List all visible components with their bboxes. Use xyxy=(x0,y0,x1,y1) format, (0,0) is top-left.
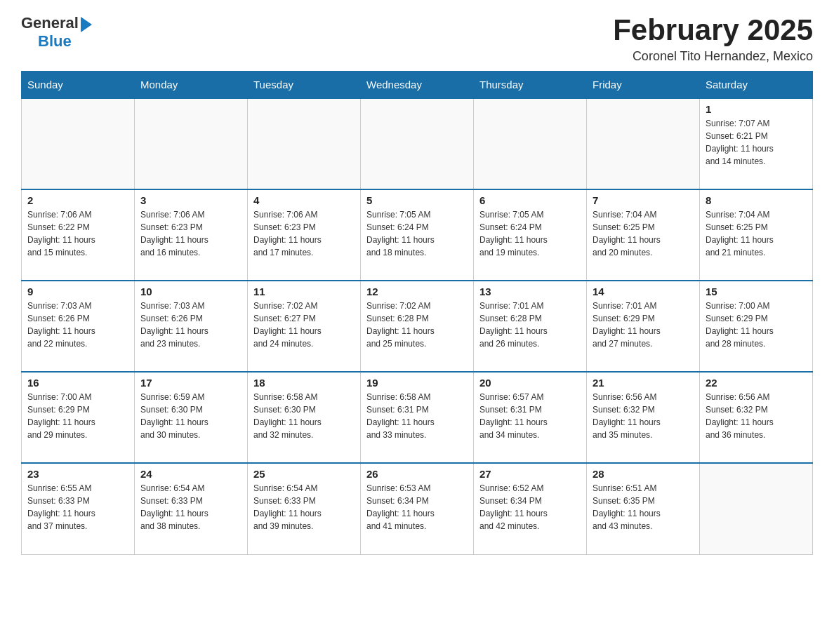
calendar-cell-w3-d6: 15Sunrise: 7:00 AMSunset: 6:29 PMDayligh… xyxy=(700,281,813,372)
calendar-cell-w4-d5: 21Sunrise: 6:56 AMSunset: 6:32 PMDayligh… xyxy=(587,372,700,463)
day-number: 20 xyxy=(479,377,581,389)
week-row-1: 1Sunrise: 7:07 AMSunset: 6:21 PMDaylight… xyxy=(22,98,813,189)
day-info: Sunrise: 7:03 AMSunset: 6:26 PMDaylight:… xyxy=(27,300,128,350)
day-info: Sunrise: 6:54 AMSunset: 6:33 PMDaylight:… xyxy=(140,482,241,532)
calendar-cell-w2-d2: 4Sunrise: 7:06 AMSunset: 6:23 PMDaylight… xyxy=(248,189,361,281)
calendar-cell-w1-d0 xyxy=(22,98,135,189)
day-number: 1 xyxy=(706,103,807,115)
day-info: Sunrise: 6:59 AMSunset: 6:30 PMDaylight:… xyxy=(140,391,241,441)
calendar-cell-w2-d5: 7Sunrise: 7:04 AMSunset: 6:25 PMDaylight… xyxy=(587,189,700,281)
day-number: 15 xyxy=(706,286,807,297)
day-info: Sunrise: 6:55 AMSunset: 6:33 PMDaylight:… xyxy=(27,482,128,532)
day-number: 27 xyxy=(479,468,581,480)
day-number: 6 xyxy=(479,194,581,206)
day-info: Sunrise: 6:58 AMSunset: 6:30 PMDaylight:… xyxy=(253,391,355,441)
calendar-cell-w4-d1: 17Sunrise: 6:59 AMSunset: 6:30 PMDayligh… xyxy=(135,372,248,463)
week-row-5: 23Sunrise: 6:55 AMSunset: 6:33 PMDayligh… xyxy=(22,463,813,554)
calendar-cell-w4-d6: 22Sunrise: 6:56 AMSunset: 6:32 PMDayligh… xyxy=(700,372,813,463)
week-row-4: 16Sunrise: 7:00 AMSunset: 6:29 PMDayligh… xyxy=(22,372,813,463)
day-info: Sunrise: 6:58 AMSunset: 6:31 PMDaylight:… xyxy=(366,391,468,441)
day-info: Sunrise: 7:06 AMSunset: 6:23 PMDaylight:… xyxy=(140,208,241,259)
day-number: 21 xyxy=(593,377,694,389)
day-info: Sunrise: 7:06 AMSunset: 6:22 PMDaylight:… xyxy=(27,208,128,259)
day-number: 16 xyxy=(27,377,128,389)
day-info: Sunrise: 7:00 AMSunset: 6:29 PMDaylight:… xyxy=(27,391,128,441)
day-number: 26 xyxy=(366,468,468,480)
calendar-cell-w3-d5: 14Sunrise: 7:01 AMSunset: 6:29 PMDayligh… xyxy=(587,281,700,372)
day-number: 25 xyxy=(253,468,355,480)
calendar-cell-w5-d0: 23Sunrise: 6:55 AMSunset: 6:33 PMDayligh… xyxy=(22,463,135,554)
day-number: 19 xyxy=(366,377,468,389)
day-number: 12 xyxy=(366,286,468,297)
day-info: Sunrise: 6:56 AMSunset: 6:32 PMDaylight:… xyxy=(706,391,807,441)
week-row-2: 2Sunrise: 7:06 AMSunset: 6:22 PMDaylight… xyxy=(22,189,813,281)
calendar-cell-w1-d3 xyxy=(361,98,474,189)
header-sunday: Sunday xyxy=(22,72,135,99)
calendar-cell-w3-d3: 12Sunrise: 7:02 AMSunset: 6:28 PMDayligh… xyxy=(361,281,474,372)
calendar-cell-w4-d0: 16Sunrise: 7:00 AMSunset: 6:29 PMDayligh… xyxy=(22,372,135,463)
page-header: General Blue February 2025 Coronel Tito … xyxy=(21,14,813,64)
calendar-cell-w1-d5 xyxy=(587,98,700,189)
day-info: Sunrise: 6:51 AMSunset: 6:35 PMDaylight:… xyxy=(593,482,694,532)
day-number: 13 xyxy=(479,286,581,297)
calendar-cell-w1-d2 xyxy=(248,98,361,189)
header-wednesday: Wednesday xyxy=(361,72,474,99)
day-info: Sunrise: 7:05 AMSunset: 6:24 PMDaylight:… xyxy=(479,208,581,259)
day-info: Sunrise: 7:06 AMSunset: 6:23 PMDaylight:… xyxy=(253,208,355,259)
day-number: 11 xyxy=(253,286,355,297)
month-title: February 2025 xyxy=(613,14,813,46)
day-info: Sunrise: 6:53 AMSunset: 6:34 PMDaylight:… xyxy=(366,482,468,532)
calendar-cell-w5-d4: 27Sunrise: 6:52 AMSunset: 6:34 PMDayligh… xyxy=(474,463,587,554)
day-number: 4 xyxy=(253,194,355,206)
location-subtitle: Coronel Tito Hernandez, Mexico xyxy=(613,49,813,64)
day-info: Sunrise: 6:57 AMSunset: 6:31 PMDaylight:… xyxy=(479,391,581,441)
calendar-cell-w5-d6 xyxy=(700,463,813,554)
header-monday: Monday xyxy=(135,72,248,99)
day-number: 2 xyxy=(27,194,128,206)
calendar-cell-w2-d0: 2Sunrise: 7:06 AMSunset: 6:22 PMDaylight… xyxy=(22,189,135,281)
calendar-cell-w4-d2: 18Sunrise: 6:58 AMSunset: 6:30 PMDayligh… xyxy=(248,372,361,463)
week-row-3: 9Sunrise: 7:03 AMSunset: 6:26 PMDaylight… xyxy=(22,281,813,372)
logo-blue-text: Blue xyxy=(38,32,72,51)
calendar-cell-w5-d3: 26Sunrise: 6:53 AMSunset: 6:34 PMDayligh… xyxy=(361,463,474,554)
day-info: Sunrise: 6:52 AMSunset: 6:34 PMDaylight:… xyxy=(479,482,581,532)
day-number: 3 xyxy=(140,194,241,206)
header-tuesday: Tuesday xyxy=(248,72,361,99)
title-section: February 2025 Coronel Tito Hernandez, Me… xyxy=(613,14,813,64)
day-info: Sunrise: 7:02 AMSunset: 6:28 PMDaylight:… xyxy=(366,300,468,350)
day-info: Sunrise: 7:02 AMSunset: 6:27 PMDaylight:… xyxy=(253,300,355,350)
logo-triangle-icon xyxy=(81,17,92,32)
calendar-cell-w2-d1: 3Sunrise: 7:06 AMSunset: 6:23 PMDaylight… xyxy=(135,189,248,281)
calendar-cell-w5-d5: 28Sunrise: 6:51 AMSunset: 6:35 PMDayligh… xyxy=(587,463,700,554)
calendar-cell-w1-d4 xyxy=(474,98,587,189)
calendar-cell-w3-d2: 11Sunrise: 7:02 AMSunset: 6:27 PMDayligh… xyxy=(248,281,361,372)
day-info: Sunrise: 6:54 AMSunset: 6:33 PMDaylight:… xyxy=(253,482,355,532)
weekday-header-row: Sunday Monday Tuesday Wednesday Thursday… xyxy=(22,72,813,99)
day-info: Sunrise: 7:05 AMSunset: 6:24 PMDaylight:… xyxy=(366,208,468,259)
calendar-cell-w1-d6: 1Sunrise: 7:07 AMSunset: 6:21 PMDaylight… xyxy=(700,98,813,189)
day-number: 10 xyxy=(140,286,241,297)
day-info: Sunrise: 7:04 AMSunset: 6:25 PMDaylight:… xyxy=(706,208,807,259)
day-info: Sunrise: 7:01 AMSunset: 6:28 PMDaylight:… xyxy=(479,300,581,350)
calendar-cell-w3-d0: 9Sunrise: 7:03 AMSunset: 6:26 PMDaylight… xyxy=(22,281,135,372)
header-saturday: Saturday xyxy=(700,72,813,99)
day-number: 5 xyxy=(366,194,468,206)
day-number: 7 xyxy=(593,194,694,206)
day-number: 18 xyxy=(253,377,355,389)
calendar-cell-w5-d1: 24Sunrise: 6:54 AMSunset: 6:33 PMDayligh… xyxy=(135,463,248,554)
day-info: Sunrise: 7:04 AMSunset: 6:25 PMDaylight:… xyxy=(593,208,694,259)
header-friday: Friday xyxy=(587,72,700,99)
logo: General Blue xyxy=(21,14,92,51)
calendar-cell-w3-d4: 13Sunrise: 7:01 AMSunset: 6:28 PMDayligh… xyxy=(474,281,587,372)
day-number: 8 xyxy=(706,194,807,206)
day-number: 14 xyxy=(593,286,694,297)
day-number: 9 xyxy=(27,286,128,297)
calendar-cell-w5-d2: 25Sunrise: 6:54 AMSunset: 6:33 PMDayligh… xyxy=(248,463,361,554)
day-info: Sunrise: 7:03 AMSunset: 6:26 PMDaylight:… xyxy=(140,300,241,350)
calendar-cell-w2-d3: 5Sunrise: 7:05 AMSunset: 6:24 PMDaylight… xyxy=(361,189,474,281)
day-number: 28 xyxy=(593,468,694,480)
calendar-cell-w2-d6: 8Sunrise: 7:04 AMSunset: 6:25 PMDaylight… xyxy=(700,189,813,281)
day-info: Sunrise: 7:01 AMSunset: 6:29 PMDaylight:… xyxy=(593,300,694,350)
day-info: Sunrise: 7:00 AMSunset: 6:29 PMDaylight:… xyxy=(706,300,807,350)
day-number: 24 xyxy=(140,468,241,480)
